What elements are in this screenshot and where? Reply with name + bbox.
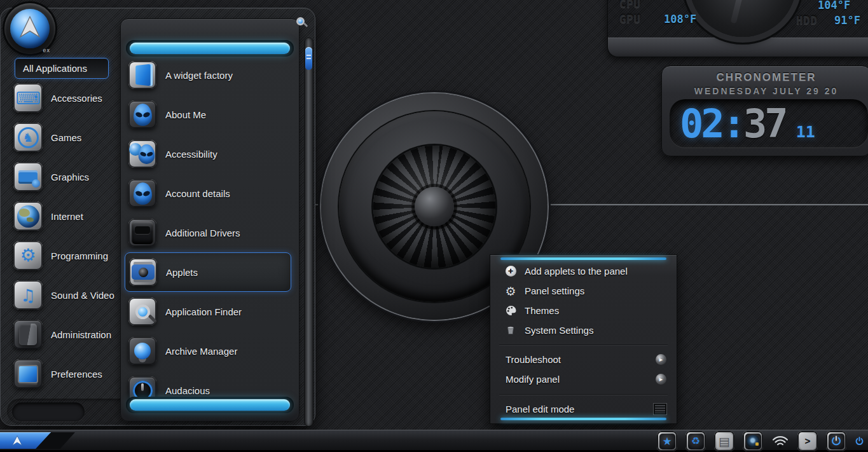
- application-list: A widget factory About Me Accessibility …: [125, 55, 291, 410]
- file-manager-icon[interactable]: [714, 431, 734, 451]
- app-item-application-finder[interactable]: Application Finder: [125, 292, 291, 331]
- gear-icon: [13, 241, 43, 270]
- alien-face-icon: [128, 100, 156, 128]
- category-list: Accessories Games Graphics Internet Prog…: [13, 78, 119, 394]
- taskbar: [0, 430, 868, 452]
- time-seconds: 11: [796, 123, 815, 141]
- app-item-about-me[interactable]: About Me: [125, 95, 291, 134]
- category-item-preferences[interactable]: Preferences: [13, 354, 119, 394]
- application-list-panel: A widget factory About Me Accessibility …: [120, 18, 300, 421]
- app-item-archive-manager[interactable]: Archive Manager: [125, 331, 291, 371]
- app-item-account-details[interactable]: Account details: [125, 174, 291, 213]
- app-item-additional-drivers[interactable]: Additional Drivers: [125, 213, 291, 252]
- cpu-label: CPU: [619, 0, 641, 10]
- menu-item-modify-panel[interactable]: Modify panel: [490, 369, 677, 389]
- submenu-arrow-icon: [656, 374, 666, 385]
- context-menu-bottom-glow: [500, 418, 666, 420]
- palette-icon: [504, 305, 517, 316]
- start-menu-button[interactable]: [0, 432, 76, 449]
- hardware-monitor-widget: CPU 104°F GPU 108°F HDD 91°F: [607, 0, 868, 57]
- star-icon[interactable]: [657, 431, 677, 451]
- system-tray: [657, 430, 864, 452]
- context-menu-top-glow: [500, 257, 666, 260]
- list-top-glow: [126, 40, 294, 57]
- category-item-accessories[interactable]: Accessories: [13, 78, 119, 118]
- alien-face-icon: [128, 179, 156, 207]
- application-menu-window: ex All Applications Accessories Games Gr…: [0, 8, 315, 426]
- logo-badge: ex: [43, 47, 50, 53]
- menu-item-panel-edit-mode[interactable]: Panel edit mode: [490, 399, 677, 419]
- chronometer-title: CHRONOMETER: [662, 71, 868, 84]
- desktop: CPU 104°F GPU 108°F HDD 91°F CHRONOMETER…: [0, 0, 868, 452]
- hdd-label: HDD: [796, 14, 818, 27]
- app-item-accessibility[interactable]: Accessibility: [125, 134, 291, 174]
- chronometer-display: 02: 37 11: [670, 99, 868, 147]
- app-list-scrollbar[interactable]: [304, 38, 313, 427]
- chess-icon: [13, 123, 43, 152]
- analog-gauge-icon: [689, 0, 796, 37]
- film-camera-icon: [13, 162, 43, 191]
- app-item-applets[interactable]: Applets: [125, 252, 291, 292]
- terminal-icon[interactable]: [797, 431, 818, 451]
- submenu-arrow-icon: [656, 354, 666, 365]
- arrow-icon: [10, 434, 24, 447]
- gpu-label: GPU: [619, 13, 641, 25]
- time-minutes: 37: [743, 100, 786, 147]
- category-item-sound-video[interactable]: Sound & Video: [13, 275, 119, 315]
- panel-context-menu: Add applets to the panel Panel settings …: [490, 254, 677, 424]
- recycle-icon[interactable]: [685, 431, 706, 451]
- power-glyph-icon[interactable]: [855, 437, 864, 446]
- magnifier-icon: [128, 298, 156, 325]
- time-hours-minutes: 02:: [680, 100, 743, 147]
- category-item-games[interactable]: Games: [13, 118, 119, 157]
- gear-icon: [504, 284, 517, 298]
- drivers-icon: [128, 219, 156, 247]
- menu-item-themes[interactable]: Themes: [490, 301, 677, 320]
- music-note-icon: [13, 280, 43, 310]
- chronometer-date: WEDNESDAY JULY 29 20: [662, 86, 868, 96]
- search-pill[interactable]: [12, 402, 85, 421]
- bucket-icon: [504, 325, 517, 336]
- menu-item-panel-settings[interactable]: Panel settings: [490, 281, 677, 301]
- list-bottom-glow: [126, 397, 294, 413]
- alien-globe-icon: [128, 140, 156, 168]
- category-item-administration[interactable]: Administration: [13, 315, 119, 354]
- wifi-icon[interactable]: [771, 434, 789, 448]
- category-item-graphics[interactable]: Graphics: [13, 157, 119, 196]
- hdd-temp-value: 91°F: [834, 14, 860, 27]
- menu-logo-button[interactable]: ex: [4, 3, 55, 54]
- globe-icon: [13, 202, 43, 231]
- category-item-programming[interactable]: Programming: [13, 236, 119, 275]
- turbine-hub: [415, 187, 454, 226]
- hardware-monitor-base: [608, 38, 868, 57]
- search-icon[interactable]: [296, 17, 305, 25]
- menu-separator: [499, 345, 668, 345]
- keyboard-icon: [13, 83, 43, 113]
- menu-separator: [499, 394, 668, 395]
- category-item-internet[interactable]: Internet: [13, 196, 119, 236]
- all-applications-button[interactable]: All Applications: [15, 58, 109, 79]
- power-ring-icon[interactable]: [826, 431, 846, 451]
- archive-sphere-icon: [128, 337, 156, 365]
- widget-factory-icon: [128, 61, 156, 89]
- arrow-icon: [17, 13, 43, 41]
- chronometer-widget: CHRONOMETER WEDNESDAY JULY 29 20 02: 37 …: [661, 65, 868, 156]
- security-eye-icon[interactable]: [743, 431, 763, 451]
- plus-circle-icon: [504, 266, 517, 277]
- applet-camera-icon: [129, 258, 157, 286]
- checkbox-icon[interactable]: [654, 404, 666, 414]
- menu-item-add-applets[interactable]: Add applets to the panel: [490, 261, 677, 281]
- computer-tower-icon: [13, 320, 43, 349]
- wallpaper-line-right: [544, 203, 868, 205]
- menu-item-system-settings[interactable]: System Settings: [490, 320, 677, 340]
- monitor-icon: [13, 359, 43, 388]
- menu-item-troubleshoot[interactable]: Troubleshoot: [490, 350, 677, 369]
- scrollbar-handle[interactable]: [305, 47, 312, 70]
- gpu-temp-value: 108°F: [664, 13, 696, 25]
- cpu-temp-value: 104°F: [818, 0, 850, 11]
- app-item-a-widget-factory[interactable]: A widget factory: [125, 55, 291, 95]
